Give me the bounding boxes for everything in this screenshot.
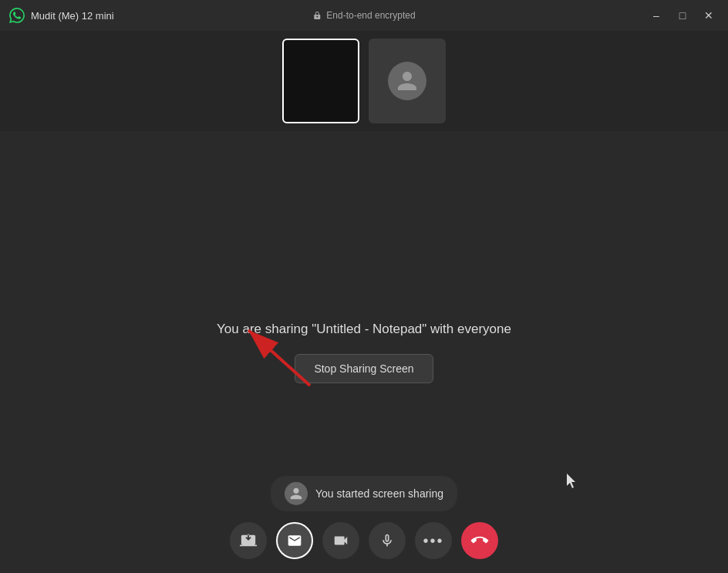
main-area: You are sharing "Untitled - Notepad" wit… <box>0 131 728 573</box>
thumbnails-bar <box>0 31 728 131</box>
thumbnail-self[interactable] <box>282 39 359 123</box>
title-bar-left: Mudit (Me) 12 mini <box>9 8 114 23</box>
cursor-icon <box>567 474 578 489</box>
window-controls: – □ ✕ <box>646 5 719 25</box>
share-screen-icon <box>240 532 257 549</box>
app-title: Mudit (Me) 12 mini <box>31 10 114 22</box>
maximize-button[interactable]: □ <box>672 5 693 25</box>
title-bar: Mudit (Me) 12 mini End-to-end encrypted … <box>0 0 728 31</box>
mic-button[interactable] <box>369 522 406 559</box>
video-button[interactable] <box>322 522 359 559</box>
mic-icon <box>379 533 395 548</box>
avatar-icon <box>396 69 419 93</box>
message-button[interactable] <box>276 522 313 559</box>
thumbnail-other[interactable] <box>369 39 446 123</box>
screen-sharing-notification: You started screen sharing <box>271 476 457 511</box>
lock-icon <box>312 11 322 20</box>
more-button[interactable]: ••• <box>415 522 452 559</box>
encryption-label: End-to-end encrypted <box>312 10 415 21</box>
other-avatar <box>388 62 426 100</box>
sharing-status-text: You are sharing "Untitled - Notepad" wit… <box>217 322 511 337</box>
whatsapp-icon <box>9 8 25 23</box>
notification-text: You started screen sharing <box>315 487 443 500</box>
video-icon <box>332 532 349 549</box>
stop-sharing-button[interactable]: Stop Sharing Screen <box>295 354 433 383</box>
share-screen-button[interactable] <box>230 522 267 559</box>
encryption-text: End-to-end encrypted <box>326 10 415 21</box>
message-icon <box>287 533 302 548</box>
controls-bar: ••• <box>230 522 498 559</box>
notification-avatar <box>285 482 308 505</box>
minimize-button[interactable]: – <box>646 5 666 25</box>
end-call-button[interactable] <box>461 522 498 559</box>
more-dots-icon: ••• <box>423 532 443 550</box>
notification-avatar-icon <box>289 487 303 501</box>
mouse-cursor <box>567 474 578 492</box>
end-call-icon <box>467 528 491 552</box>
close-button[interactable]: ✕ <box>699 5 719 25</box>
